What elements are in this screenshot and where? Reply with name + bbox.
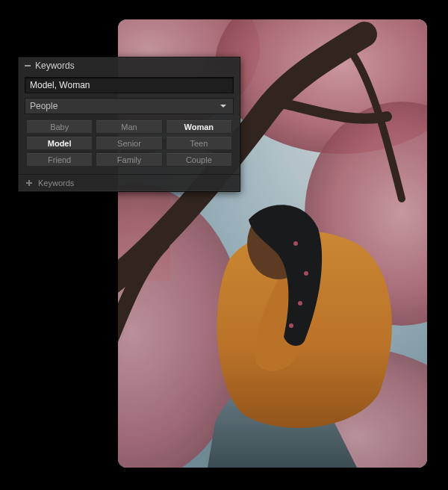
keywords-panel: Keywords People Baby Man Woman Model Sen… bbox=[18, 57, 240, 192]
keyword-tag[interactable]: Friend bbox=[26, 153, 93, 167]
collapse-icon bbox=[23, 61, 32, 70]
keyword-tag[interactable]: Couple bbox=[166, 153, 232, 167]
keywords-panel-header[interactable]: Keywords bbox=[19, 58, 240, 74]
keywords-panel-footer[interactable]: Keywords bbox=[19, 174, 240, 191]
plus-icon bbox=[25, 179, 34, 187]
keywords-category-value: People bbox=[30, 101, 57, 111]
keyword-tag[interactable]: Man bbox=[96, 120, 162, 134]
keywords-panel-body: People Baby Man Woman Model Senior Teen … bbox=[19, 74, 240, 174]
keywords-panel-title: Keywords bbox=[35, 61, 75, 71]
keywords-input[interactable] bbox=[25, 77, 234, 93]
keywords-tag-grid: Baby Man Woman Model Senior Teen Friend … bbox=[25, 119, 234, 168]
keyword-tag[interactable]: Teen bbox=[166, 137, 232, 150]
keywords-footer-label: Keywords bbox=[38, 179, 74, 187]
keyword-tag[interactable]: Baby bbox=[26, 120, 93, 134]
keyword-tag[interactable]: Senior bbox=[96, 137, 162, 150]
keywords-category-dropdown[interactable]: People bbox=[25, 98, 234, 114]
keyword-tag[interactable]: Family bbox=[96, 153, 162, 167]
keyword-tag[interactable]: Woman bbox=[166, 120, 232, 134]
chevron-down-icon bbox=[218, 101, 228, 111]
svg-rect-15 bbox=[26, 182, 32, 184]
svg-rect-13 bbox=[25, 65, 31, 66]
keyword-tag[interactable]: Model bbox=[26, 137, 93, 150]
